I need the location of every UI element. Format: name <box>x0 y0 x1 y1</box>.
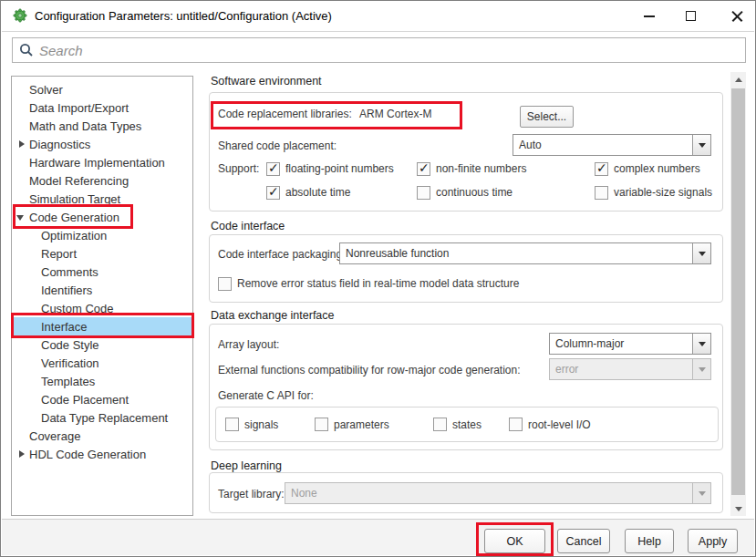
cancel-button[interactable]: Cancel <box>557 529 610 553</box>
checkbox[interactable] <box>315 418 328 431</box>
dropdown-arrow-button[interactable] <box>692 334 710 354</box>
vertical-scrollbar[interactable] <box>730 72 746 516</box>
checkbox[interactable] <box>417 162 430 176</box>
sidebar-item-label: Simulation Target <box>29 192 120 206</box>
sidebar-item-optimization[interactable]: Optimization <box>12 226 192 244</box>
checkbox-continuous-time[interactable]: continuous time <box>417 186 595 200</box>
chevron-right-icon[interactable] <box>19 450 25 458</box>
shared-code-placement-dropdown[interactable]: Auto <box>513 134 711 156</box>
checkbox-complex-numbers[interactable]: complex numbers <box>595 162 700 176</box>
scroll-up-button[interactable] <box>730 72 746 87</box>
chevron-down-icon[interactable] <box>16 215 24 221</box>
checkbox-non-finite-numbers[interactable]: non-finite numbers <box>417 162 595 176</box>
checkbox[interactable] <box>266 162 280 176</box>
sidebar-item-label: Templates <box>41 375 95 388</box>
checkbox[interactable] <box>433 418 447 431</box>
sidebar-item-code-style[interactable]: Code Style <box>12 335 192 354</box>
dropdown-arrow-button[interactable] <box>692 243 710 263</box>
sidebar-item-data-type-replacement[interactable]: Data Type Replacement <box>12 408 192 427</box>
ok-button[interactable]: OK <box>484 529 545 553</box>
help-button[interactable]: Help <box>625 529 674 553</box>
category-tree: Solver Data Import/Export Math and Data … <box>11 76 193 516</box>
select-button[interactable]: Select... <box>520 106 574 128</box>
target-library-dropdown: None <box>285 482 711 504</box>
sidebar-item-identifiers[interactable]: Identifiers <box>12 281 192 299</box>
support-row-2: absolute time continuous time variable-s… <box>266 184 712 201</box>
simulink-configuration-gear-icon <box>13 8 27 23</box>
sidebar-item-label: HDL Code Generation <box>29 448 146 461</box>
checkbox-states[interactable]: states <box>433 418 482 431</box>
dropdown-arrow-button[interactable] <box>692 135 710 155</box>
sidebar-item-diagnostics[interactable]: Diagnostics <box>12 135 192 153</box>
checkbox[interactable] <box>218 277 232 291</box>
sidebar-item-simulation-target[interactable]: Simulation Target <box>12 190 192 208</box>
scrollbar-thumb[interactable] <box>731 88 745 495</box>
checkbox[interactable] <box>417 186 430 200</box>
sidebar-item-label: Code Style <box>41 338 99 352</box>
data-exchange-interface-panel: Array layout: Column-major External func… <box>209 324 723 450</box>
checkbox-label: floating-point numbers <box>285 162 394 175</box>
sidebar-item-code-generation[interactable]: Code Generation <box>12 208 192 226</box>
sidebar-item-code-placement[interactable]: Code Placement <box>12 390 192 408</box>
checkbox-label: complex numbers <box>614 162 700 175</box>
sidebar-item-solver[interactable]: Solver <box>12 80 192 98</box>
close-button[interactable] <box>723 5 751 27</box>
sidebar-item-label: Math and Data Types <box>29 119 141 133</box>
sidebar-item-hdl-code-generation[interactable]: HDL Code Generation <box>12 445 192 463</box>
apply-button[interactable]: Apply <box>688 529 738 553</box>
checkbox-label: parameters <box>334 418 389 431</box>
dropdown-value: None <box>285 483 692 503</box>
array-layout-label: Array layout: <box>218 338 279 351</box>
array-layout-dropdown[interactable]: Column-major <box>549 333 711 355</box>
sidebar-item-interface[interactable]: Interface <box>12 317 192 335</box>
checkbox-remove-error-status[interactable]: Remove error status field in real-time m… <box>218 277 519 291</box>
maximize-button[interactable] <box>677 5 704 27</box>
minimize-button[interactable] <box>636 5 663 27</box>
minimize-icon <box>644 15 655 17</box>
checkbox-root-level-io[interactable]: root-level I/O <box>509 418 591 431</box>
checkbox[interactable] <box>266 186 280 200</box>
sidebar-item-label: Report <box>41 247 77 261</box>
checkbox[interactable] <box>509 418 523 431</box>
chevron-right-icon[interactable] <box>19 140 25 148</box>
chevron-down-icon <box>699 342 706 346</box>
sidebar-item-comments[interactable]: Comments <box>12 263 192 281</box>
support-label: Support: <box>218 162 266 175</box>
code-interface-packaging-label: Code interface packaging: <box>218 248 345 261</box>
sidebar-item-hardware-implementation[interactable]: Hardware Implementation <box>12 153 192 171</box>
sidebar-item-data-import-export[interactable]: Data Import/Export <box>12 98 192 117</box>
interface-pane: Software environment Code replacement li… <box>209 74 725 517</box>
sidebar-item-model-referencing[interactable]: Model Referencing <box>12 171 192 190</box>
search-input[interactable] <box>39 39 745 61</box>
sidebar-item-report[interactable]: Report <box>12 244 192 263</box>
sidebar-item-templates[interactable]: Templates <box>12 372 192 390</box>
checkbox[interactable] <box>225 418 239 431</box>
section-title-deep-learning: Deep learning <box>211 459 282 472</box>
checkbox[interactable] <box>595 186 608 200</box>
sidebar-item-verification[interactable]: Verification <box>12 354 192 372</box>
sidebar-item-label: Interface <box>41 320 88 334</box>
dropdown-arrow-button <box>692 483 710 503</box>
code-replacement-libraries-value: ARM Cortex-M <box>359 108 431 120</box>
checkbox-absolute-time[interactable]: absolute time <box>266 186 417 200</box>
scroll-down-button[interactable] <box>730 501 746 516</box>
section-title-code-interface: Code interface <box>211 220 285 232</box>
checkbox[interactable] <box>595 162 608 176</box>
sidebar-item-label: Code Placement <box>41 393 129 407</box>
sidebar-item-math-and-data-types[interactable]: Math and Data Types <box>12 117 192 135</box>
arrow-up-icon <box>735 77 742 82</box>
dropdown-value: Auto <box>513 135 692 155</box>
sidebar-item-label: Coverage <box>29 429 80 443</box>
checkbox-parameters[interactable]: parameters <box>315 418 389 431</box>
sidebar-item-custom-code[interactable]: Custom Code <box>12 299 192 317</box>
remove-error-status-row: Remove error status field in real-time m… <box>218 275 519 292</box>
checkbox-variable-size-signals[interactable]: variable-size signals <box>595 186 712 200</box>
search-box[interactable] <box>12 37 746 63</box>
sidebar-item-coverage[interactable]: Coverage <box>12 427 192 445</box>
shared-code-placement-label: Shared code placement: <box>218 139 337 152</box>
code-interface-packaging-dropdown[interactable]: Nonreusable function <box>339 242 711 264</box>
chevron-down-icon <box>699 491 706 496</box>
checkbox-signals[interactable]: signals <box>225 418 278 431</box>
window-title: Configuration Parameters: untitled/Confi… <box>35 9 332 23</box>
checkbox-floating-point-numbers[interactable]: floating-point numbers <box>266 162 417 176</box>
